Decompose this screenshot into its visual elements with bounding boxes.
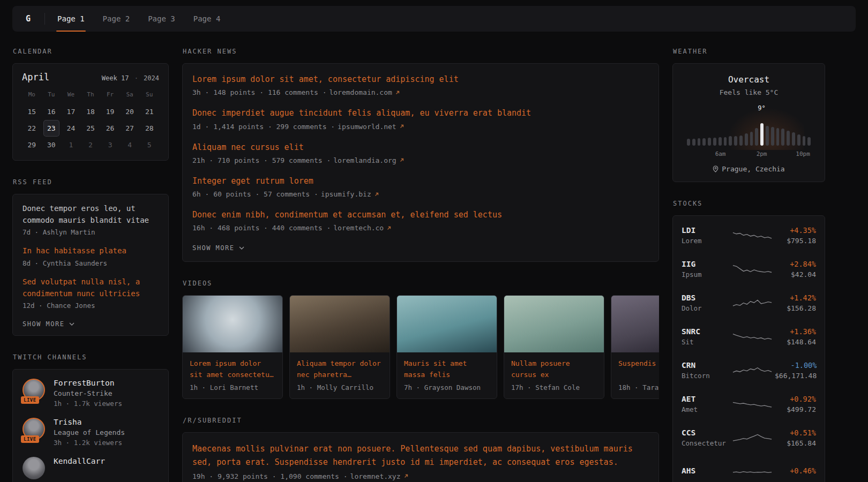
weather-hour-bar <box>713 138 716 146</box>
stock-row[interactable]: CCS Consectetur +0.51% $165.84 <box>682 421 816 455</box>
stock-row[interactable]: SNRC Sit +1.36% $148.64 <box>682 320 816 353</box>
page-tab[interactable]: Page 2 <box>94 6 139 32</box>
stock-values: +0.46% <box>775 466 816 477</box>
stock-name: Ipsum <box>682 270 730 278</box>
stock-id: DBS Dolor <box>682 293 730 312</box>
feed-item-title[interactable]: Donec imperdiet augue tincidunt felis al… <box>192 107 649 119</box>
video-thumbnail[interactable] <box>504 296 604 352</box>
page-tab[interactable]: Page 4 <box>184 6 230 32</box>
calendar-year: 2024 <box>144 74 159 82</box>
video-card[interactable]: Nullam posuere cursus ex 17h · Stefan Co… <box>504 295 604 399</box>
feed-item: Integer eget rutrum lorem 6h · 60 points… <box>192 175 649 198</box>
feed-item-title[interactable]: Integer eget rutrum lorem <box>192 175 649 187</box>
video-meta: 17h · Stefan Cole <box>511 383 597 391</box>
calendar-day: 2 <box>83 137 99 153</box>
calendar-day: 22 <box>24 120 40 137</box>
feed-item-meta: 6h · 60 points · 57 comments · ipsumify.… <box>192 190 649 198</box>
stock-row[interactable]: IIG Ipsum +2.84% $42.04 <box>682 252 816 286</box>
section-title-rss: RSS FEED <box>13 178 169 186</box>
channel-meta: 3h · 1.2k viewers <box>54 439 125 447</box>
feed-item-domain-link[interactable]: loremlandia.org <box>333 156 396 164</box>
video-meta: 7h · Grayson Dawson <box>404 383 490 391</box>
channel-name[interactable]: ForrestBurton <box>54 379 122 387</box>
hackernews-list: Lorem ipsum dolor sit amet, consectetur … <box>192 73 649 232</box>
feed-item-title[interactable]: Lorem ipsum dolor sit amet, consectetur … <box>192 73 649 86</box>
stock-row[interactable]: AET Amet +0.92% $499.72 <box>682 387 816 421</box>
page-tab-label: Page 1 <box>57 14 85 23</box>
page-tab[interactable]: Page 3 <box>139 6 184 32</box>
feed-item-domain-link[interactable]: loremnet.xyz <box>350 472 401 480</box>
twitch-channel-item[interactable]: LIVE ForrestBurton Counter-Strike 1h · 1… <box>23 379 159 408</box>
topbar-divider <box>44 13 45 25</box>
stock-change: +2.84% <box>775 260 816 268</box>
video-title[interactable]: Lorem ipsum dolor sit amet consectetu… <box>190 358 275 381</box>
feed-item-title[interactable]: Donec enim nibh, condimentum et accumsan… <box>192 209 649 221</box>
page-tab-label: Page 3 <box>148 14 175 23</box>
video-title[interactable]: Mauris sit amet massa felis <box>404 358 490 381</box>
live-badge: LIVE <box>21 396 39 404</box>
stock-name: Lorem <box>682 237 730 245</box>
video-card[interactable]: Mauris sit amet massa felis 7h · Grayson… <box>396 295 497 399</box>
calendar-day: 16 <box>43 103 60 120</box>
subreddit-widget: /R/SUBREDDIT Maecenas mollis pulvinar er… <box>182 417 659 482</box>
rss-show-more-button[interactable]: SHOW MORE <box>23 319 74 329</box>
stock-id: IIG Ipsum <box>682 260 730 278</box>
feed-item-domain-link[interactable]: ipsumify.biz <box>321 190 371 198</box>
feed-item-title[interactable]: Aliquam nec cursus elit <box>192 141 649 154</box>
video-title[interactable]: Suspendis diam <box>618 358 659 381</box>
calendar-week-label: Week 17 <box>102 74 129 82</box>
video-title[interactable]: Nullam posuere cursus ex <box>511 358 597 381</box>
external-link-icon <box>374 192 379 197</box>
video-thumbnail[interactable] <box>183 296 282 352</box>
show-more-label: SHOW MORE <box>192 244 235 252</box>
avatar-wrap: LIVE <box>23 418 46 440</box>
section-title-weather: WEATHER <box>673 48 825 55</box>
feed-item-meta: 19h · 9,932 points · 1,090 comments · lo… <box>192 472 649 480</box>
feed-item-title[interactable]: Sed volutpat nulla nisl, a condimentum n… <box>23 276 159 299</box>
separator-dot: · <box>134 74 138 82</box>
stock-id: LDI Lorem <box>682 226 730 245</box>
channel-name[interactable]: Trisha <box>54 418 125 426</box>
feed-item-title[interactable]: Donec tempor eros leo, ut commodo mauris… <box>23 203 159 226</box>
video-thumbnail[interactable] <box>397 296 497 352</box>
channel-name[interactable]: KendallCarr <box>54 457 105 465</box>
video-title[interactable]: Aliquam tempor dolor nec pharetra… <box>297 358 383 381</box>
calendar-day: 26 <box>102 120 118 137</box>
video-card[interactable]: Aliquam tempor dolor nec pharetra… 1h · … <box>289 295 390 399</box>
weather-time-label: 10pm <box>796 150 810 157</box>
feed-item-domain-link[interactable]: loremtech.co <box>333 224 384 232</box>
stock-sparkline <box>732 464 773 480</box>
stock-sparkline <box>732 430 773 446</box>
show-more-label: SHOW MORE <box>23 320 65 328</box>
middle-column: HACKER NEWS Lorem ipsum dolor sit amet, … <box>182 48 659 482</box>
video-card[interactable]: Suspendis diam 18h · Tara <box>611 295 659 399</box>
stock-row[interactable]: LDI Lorem +4.35% $795.18 <box>682 219 816 252</box>
calendar-day: 19 <box>102 103 118 120</box>
video-body: Aliquam tempor dolor nec pharetra… 1h · … <box>290 352 390 398</box>
stock-price: $165.84 <box>775 439 816 447</box>
stock-id: AET Amet <box>682 395 730 413</box>
topbar: G Page 1Page 2Page 3Page 4 <box>12 6 856 32</box>
stock-row[interactable]: DBS Dolor +1.42% $156.28 <box>682 286 816 320</box>
stock-row[interactable]: CRN Bitcorn -1.00% $66,171.48 <box>682 353 816 387</box>
twitch-channel-item[interactable]: LIVE Trisha League of Legends 3h · 1.2k … <box>23 418 159 447</box>
page-tab[interactable]: Page 1 <box>48 6 94 32</box>
stock-row[interactable]: AHS +0.46% <box>682 455 816 482</box>
feed-item-title[interactable]: Maecenas mollis pulvinar erat non posuer… <box>192 442 649 469</box>
video-card[interactable]: Lorem ipsum dolor sit amet consectetu… 1… <box>182 295 283 399</box>
feed-item-title[interactable]: In hac habitasse platea <box>23 245 159 257</box>
stock-symbol: CCS <box>682 428 730 437</box>
stock-change: -1.00% <box>775 361 817 370</box>
video-thumbnail[interactable] <box>611 296 659 352</box>
calendar-day: 28 <box>141 120 158 137</box>
video-thumbnail[interactable] <box>290 296 390 352</box>
video-body: Suspendis diam 18h · Tara <box>611 352 659 398</box>
twitch-channel-item[interactable]: KendallCarr <box>23 457 159 479</box>
weather-time-labels: 6am2pm10pm <box>687 150 811 159</box>
calendar-day-header: Tu <box>42 87 62 103</box>
feed-item: Donec enim nibh, condimentum et accumsan… <box>192 209 649 232</box>
hackernews-show-more-button[interactable]: SHOW MORE <box>192 243 244 253</box>
feed-item-domain-link[interactable]: loremdomain.com <box>329 88 392 96</box>
feed-item-domain-link[interactable]: ipsumworld.net <box>338 123 396 131</box>
weather-panel: Overcast Feels like 5°C 9° 6am2pm10pm Pr… <box>672 63 825 182</box>
